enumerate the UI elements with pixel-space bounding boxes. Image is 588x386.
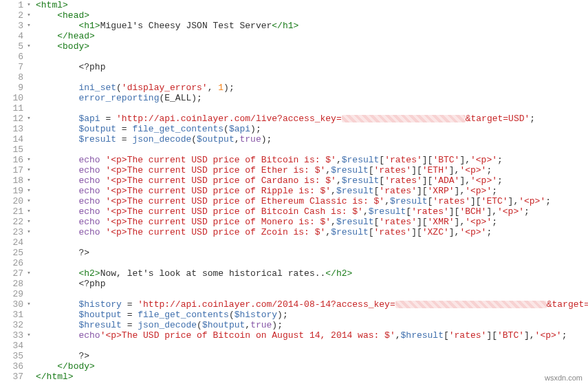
code-content[interactable]: <?php [33,62,105,72]
fold-arrow-icon[interactable]: ▾ [25,0,33,10]
code-content[interactable]: <h2>Now, let's look at some historical r… [33,268,352,279]
code-content[interactable] [33,341,36,351]
code-line[interactable]: 10 error_reporting(E_ALL); [0,93,588,103]
code-content[interactable]: <html> [33,0,68,10]
code-content[interactable]: echo '<p>The current USD price of Cardan… [33,175,503,186]
token-tag: html [47,372,68,382]
fold-arrow-icon[interactable]: ▾ [25,114,33,124]
code-content[interactable]: echo '<p>The current USD price of Bitcoi… [33,155,503,165]
fold-arrow-icon[interactable]: ▾ [25,268,33,279]
code-line[interactable]: 3▾ <h1>Miguel's Cheesy JSON Test Server<… [0,21,588,31]
code-line[interactable]: 31 $houtput = file_get_contents($history… [0,310,588,320]
code-content[interactable] [33,52,36,62]
token-var: $output [197,134,235,144]
fold-arrow-icon[interactable]: ▾ [25,21,33,31]
code-line[interactable]: 34 [0,341,588,351]
fold-arrow-icon[interactable]: ▾ [25,155,33,165]
code-line[interactable]: 23▾ echo '<p>The current USD price of Zc… [0,227,588,237]
code-line[interactable]: 25 ?> [0,248,588,258]
code-content[interactable]: $history = 'http://api.coinlayer.com/201… [33,299,588,310]
code-content[interactable]: echo '<p>The current USD price of Ethere… [33,196,551,206]
fold-arrow-icon[interactable]: ▾ [25,196,33,206]
code-content[interactable]: $api = 'http://api.coinlayer.com/live?ac… [33,114,535,124]
code-line[interactable]: 24 [0,237,588,248]
fold-arrow-icon[interactable]: ▾ [25,41,33,52]
code-line[interactable]: 35 ?> [0,351,588,361]
code-content[interactable]: <body> [33,41,89,52]
code-content[interactable] [33,289,36,299]
code-content[interactable]: <h1>Miguel's Cheesy JSON Test Server</h1… [33,21,298,31]
code-line[interactable]: 15 [0,144,588,155]
code-line[interactable]: 18▾ echo '<p>The current USD price of Ca… [0,175,588,186]
code-content[interactable]: error_reporting(E_ALL); [33,93,202,103]
code-line[interactable]: 32 $hresult = json_decode($houtput,true)… [0,320,588,330]
code-content[interactable]: echo '<p>The current USD price of Bitcoi… [33,206,530,217]
token-string: 'rates' [379,217,417,227]
code-line[interactable]: 22▾ echo '<p>The current USD price of Mo… [0,217,588,227]
code-line[interactable]: 9 ini_set('display_errors', 1); [0,83,588,93]
code-content[interactable]: <?php [33,279,105,289]
code-content[interactable]: $result = json_decode($output,true); [33,134,272,144]
fold-arrow-icon[interactable]: ▾ [25,186,33,196]
fold-arrow-icon[interactable]: ▾ [25,217,33,227]
code-line[interactable]: 1▾<html> [0,0,588,10]
code-content[interactable]: echo'<p>The USD price of Bitcoin on Augu… [33,330,567,341]
code-line[interactable]: 13 $output = file_get_contents($api); [0,124,588,134]
code-content[interactable]: $houtput = file_get_contents($history); [33,310,288,320]
code-line[interactable]: 12▾ $api = 'http://api.coinlayer.com/liv… [0,114,588,124]
code-line[interactable]: 20▾ echo '<p>The current USD price of Et… [0,196,588,206]
code-line[interactable]: 19▾ echo '<p>The current USD price of Ri… [0,186,588,196]
code-line[interactable]: 27▾ <h2>Now, let's look at some historic… [0,268,588,279]
code-line[interactable]: 36 </body> [0,361,588,372]
code-line[interactable]: 29 [0,289,588,299]
code-content[interactable]: ?> [33,248,89,258]
code-content[interactable]: $output = file_get_contents($api); [33,124,261,134]
code-line[interactable]: 30▾ $history = 'http://api.coinlayer.com… [0,299,588,310]
token-tag: > [95,268,100,279]
code-line[interactable]: 7 <?php [0,62,588,72]
code-line[interactable]: 8 [0,72,588,83]
code-content[interactable]: $hresult = json_decode($houtput,true); [33,320,283,330]
token-bracket: ][ [417,186,428,196]
code-line[interactable]: 11 [0,103,588,114]
code-content[interactable] [33,144,36,155]
code-content[interactable]: ?> [33,351,89,361]
code-line[interactable]: 5▾ <body> [0,41,588,52]
code-content[interactable]: <head> [33,10,89,21]
code-line[interactable]: 28 <?php [0,279,588,289]
code-content[interactable] [33,103,36,114]
code-content[interactable]: </html> [33,372,74,382]
code-content[interactable]: ini_set('display_errors', 1); [33,83,235,93]
fold-arrow-icon[interactable]: ▾ [25,299,33,310]
code-content[interactable] [33,237,36,248]
code-line[interactable]: 16▾ echo '<p>The current USD price of Bi… [0,155,588,165]
fold-arrow-icon[interactable]: ▾ [25,165,33,175]
code-line[interactable]: 26 [0,258,588,268]
fold-arrow-icon[interactable]: ▾ [25,175,33,186]
code-editor[interactable]: 1▾<html>2▾ <head>3▾ <h1>Miguel's Cheesy … [0,0,588,382]
code-content[interactable]: echo '<p>The current USD price of Monero… [33,217,497,227]
code-line[interactable]: 33▾ echo'<p>The USD price of Bitcoin on … [0,330,588,341]
code-content[interactable] [33,72,36,83]
code-line[interactable]: 21▾ echo '<p>The current USD price of Bi… [0,206,588,217]
code-content[interactable]: echo '<p>The current USD price of Ether … [33,165,492,175]
code-content[interactable]: echo '<p>The current USD price of Zcoin … [33,227,492,237]
code-content[interactable]: </body> [33,361,95,372]
token-tag: </ [272,21,283,31]
token-keyword: echo [78,227,100,237]
code-content[interactable]: echo '<p>The current USD price of Ripple… [33,186,497,196]
code-line[interactable]: 2▾ <head> [0,10,588,21]
fold-arrow-icon[interactable]: ▾ [25,10,33,21]
code-line[interactable]: 17▾ echo '<p>The current USD price of Et… [0,165,588,175]
code-content[interactable]: </head> [33,31,95,41]
code-line[interactable]: 37</html> [0,372,588,382]
fold-arrow-icon[interactable]: ▾ [25,206,33,217]
fold-arrow-icon[interactable]: ▾ [25,330,33,341]
fold-arrow-icon[interactable]: ▾ [25,227,33,237]
code-content[interactable] [33,258,36,268]
token-func: error_reporting [78,93,159,103]
code-line[interactable]: 4 </head> [0,31,588,41]
code-line[interactable]: 14 $result = json_decode($output,true); [0,134,588,144]
token-def: = [122,310,138,320]
code-line[interactable]: 6 [0,52,588,62]
